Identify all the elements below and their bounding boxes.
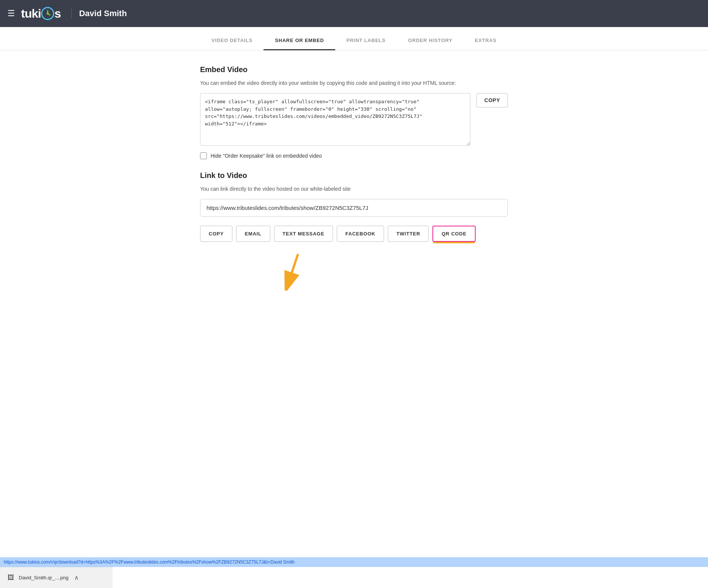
tabs-nav: VIDEO DETAILS SHARE OR EMBED PRINT LABEL…: [0, 31, 708, 50]
arrow-section: [200, 253, 508, 291]
svg-line-3: [288, 255, 298, 283]
hide-keepsake-row: Hide "Order Keepsake" link on embedded v…: [200, 152, 508, 159]
user-name: David Smith: [71, 9, 127, 18]
link-to-video-desc: You can link directly to the video hoste…: [200, 185, 508, 193]
tab-extras[interactable]: EXTRAS: [464, 31, 508, 50]
hide-keepsake-checkbox[interactable]: [200, 152, 207, 159]
email-button[interactable]: EMAIL: [236, 226, 270, 242]
embed-copy-button[interactable]: COPY: [476, 93, 508, 107]
embed-video-title: Embed Video: [200, 65, 508, 74]
tab-print-labels[interactable]: PRINT LABELS: [335, 31, 397, 50]
embed-code-row: <iframe class="ts_player" allowfullscree…: [200, 93, 508, 146]
link-to-video-section: Link to Video You can link directly to t…: [200, 171, 508, 226]
download-arrow-icon: [283, 253, 313, 291]
embed-video-desc: You can embed the video directly into yo…: [200, 79, 508, 87]
qr-code-button[interactable]: QR CODE: [432, 226, 475, 242]
tab-share-embed[interactable]: SHARE OR EMBED: [264, 31, 335, 50]
embed-video-section: Embed Video You can embed the video dire…: [200, 65, 508, 159]
tab-video-details[interactable]: VIDEO DETAILS: [200, 31, 264, 50]
facebook-button[interactable]: FACEBOOK: [337, 226, 384, 242]
share-buttons-row: COPY EMAIL TEXT MESSAGE FACEBOOK TWITTER…: [200, 226, 508, 242]
embed-code-textarea[interactable]: <iframe class="ts_player" allowfullscree…: [200, 93, 470, 146]
link-to-video-title: Link to Video: [200, 171, 508, 180]
svg-point-1: [47, 12, 49, 15]
main-content: Embed Video You can embed the video dire…: [185, 65, 523, 291]
menu-icon[interactable]: ☰: [8, 9, 15, 18]
tab-order-history[interactable]: ORDER HISTORY: [397, 31, 464, 50]
logo-text: tuki s: [21, 7, 61, 21]
logo-o-icon: [41, 7, 54, 20]
copy-button[interactable]: COPY: [200, 226, 232, 242]
video-link-input[interactable]: [200, 199, 508, 217]
hide-keepsake-label: Hide "Order Keepsake" link on embedded v…: [211, 153, 322, 159]
logo: tuki s: [21, 7, 61, 21]
header: ☰ tuki s David Smith: [0, 0, 708, 27]
twitter-button[interactable]: TWITTER: [388, 226, 429, 242]
text-message-button[interactable]: TEXT MESSAGE: [274, 226, 333, 242]
